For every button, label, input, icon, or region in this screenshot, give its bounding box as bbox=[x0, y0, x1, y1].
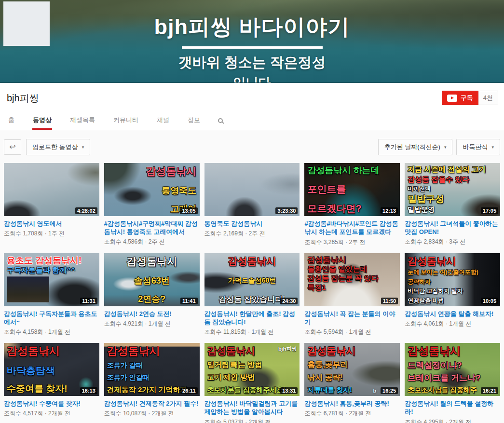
subscribe-button[interactable]: 구독 bbox=[442, 91, 478, 105]
video-title[interactable]: #감성돔낚시#구멍찌#막대찌 감성돔낚시! 통영죽도 고래여에서 bbox=[104, 219, 200, 236]
video-card: 감성돔낚시몰황인줄 알았는데감성돔 잡는분 꼭 있다특징111:50감성돔낚시!… bbox=[304, 253, 400, 336]
video-title[interactable]: 감성돔낚시! 구독자분들과 용초도에서~ bbox=[4, 310, 99, 326]
video-meta: 조회수 4,586회 · 2주 전 bbox=[104, 238, 200, 246]
video-title[interactable]: 감성돔낚시! 홈통,곶부리 공략! bbox=[304, 399, 400, 408]
video-thumbnail[interactable]: 감성돔낚시조류가 갈때조류가 안갈때견제동작 2가지 기억하자26:11 bbox=[104, 343, 200, 396]
video-thumbnail[interactable]: 감성돔낚시바닥층탐색수중여를 찾자!16:13 bbox=[4, 343, 99, 396]
tab-3[interactable]: 커뮤니티 bbox=[113, 110, 139, 130]
channel-watermark: bjh피씽 bbox=[278, 345, 297, 353]
channel-name: bjh피씽 bbox=[7, 92, 39, 105]
video-thumbnail[interactable]: 용초도 감성돔낚시!구독자분들과 함께^^11:31 bbox=[4, 253, 99, 306]
video-thumbnail[interactable]: 감성돔낚시밑거림 빼는 방법고기 제압 방법초보자분들 집중해주세요!bjh피씽… bbox=[204, 343, 300, 396]
thumbnail-overlay-text: 밑밥운영 bbox=[408, 206, 435, 214]
chevron-down-icon: ▾ bbox=[491, 145, 494, 150]
tab-2[interactable]: 재생목록 bbox=[69, 110, 95, 130]
video-thumbnail[interactable]: 감성돔낚시 하는데포인트를모르겠다면?12:13 bbox=[304, 163, 400, 216]
thumbnail-overlay-text: 감성돔 잡는분 꼭 있다 bbox=[307, 274, 379, 283]
channel-header: bjh피씽 구독 4천 bbox=[0, 83, 504, 111]
thumbnail-overlay-text: 감성돔낚시 하는데 bbox=[307, 165, 379, 175]
video-card: 감성돔낚시솔섬63번2연승?11:41감성돔낚시! 2연승 도전!조회수 4,9… bbox=[104, 253, 200, 336]
video-title[interactable]: 감성돔낚시! 릴의 드렉을 설정하라! bbox=[405, 399, 500, 416]
video-card: 감성돔낚시밑거림 빼는 방법고기 제압 방법초보자분들 집중해주세요!bjh피씽… bbox=[204, 343, 300, 423]
video-title[interactable]: 감성돔낚시! 견제동작 2가지 필수! bbox=[104, 399, 200, 408]
thumbnail-overlay-text: 감성돔낚시 bbox=[408, 345, 461, 357]
thumbnail-overlay-text: 공략하자 bbox=[408, 279, 431, 285]
thumbnail-overlay-text: 몰황인줄 알았는데 bbox=[307, 265, 367, 273]
video-title[interactable]: 감성돔낚시! 한달만에 출조! 감성돔 잡았습니다! bbox=[204, 310, 300, 326]
channel-search-button[interactable] bbox=[218, 118, 223, 130]
video-meta: 조회수 4,061회 · 1개월 전 bbox=[405, 320, 500, 328]
view-mode-label: 바둑판식 bbox=[463, 143, 488, 151]
search-icon bbox=[218, 118, 223, 123]
video-title[interactable]: 감성돔낚시 영도에서 bbox=[4, 219, 99, 228]
thumbnail-overlay-text: 드렉설정이냐? bbox=[408, 361, 462, 370]
video-title[interactable]: 감성돔낚시! 그녀석들이 좋아하는 맛집 OPEN! bbox=[405, 219, 500, 236]
video-title[interactable]: 감성돔낚시! 수중여를 찾자! bbox=[4, 399, 99, 408]
video-thumbnail[interactable]: 감성돔낚시드렉설정이냐?브레이크를 거느냐?초보조사님들 집중해주16:21 bbox=[405, 343, 500, 396]
video-thumbnail[interactable]: 감성돔낚시가덕도솔섬60번감성돔 잡았습니다!24:30 bbox=[204, 253, 300, 306]
tab-4[interactable]: 채널 bbox=[156, 110, 170, 130]
thumbnail-overlay-text: 브레이크를 거느냐? bbox=[408, 373, 480, 382]
video-thumbnail[interactable]: 감성돔낚시눈에 보이는 여(간출여포함)공략하자바닥만 고집하지 말자연꽝탈출 … bbox=[405, 253, 500, 306]
thumbnail-overlay-text: 포인트를 bbox=[307, 184, 346, 194]
video-meta: 조회수 4,921회 · 1개월 전 bbox=[104, 320, 200, 328]
video-card: 감성돔낚시홈통,곶부리낚시 공략!지류대를 찾자!b16:25감성돔낚시! 홈통… bbox=[304, 343, 400, 423]
thumbnail-overlay-text: 밑거림 빼는 방법 bbox=[207, 361, 262, 369]
video-card: 용초도 감성돔낚시!구독자분들과 함께^^11:31감성돔낚시! 구독자분들과 … bbox=[4, 253, 99, 336]
video-title[interactable]: 감성돔낚시! 2연승 도전! bbox=[104, 310, 200, 318]
video-thumbnail[interactable]: 4:28:02 bbox=[4, 163, 99, 216]
thumbnail-overlay-text: 감성돔낚시 bbox=[146, 165, 197, 177]
video-title[interactable]: #감성돔#바다낚시#포인트 감성돔낚시 하는데 포인트를 모르겠다면? bbox=[304, 219, 400, 236]
video-thumbnail[interactable]: 감성돔낚시통영죽도고래여13:05 bbox=[104, 163, 200, 216]
video-meta: 조회수 4,295회 · 2개월 전 bbox=[405, 418, 500, 423]
video-title[interactable]: 감성돔낚시! 바닥밑걸림과 고기를 제압하는 방법을 알아봅시다 bbox=[204, 399, 300, 416]
uploads-dropdown-label: 업로드한 동영상 bbox=[32, 143, 78, 151]
video-duration: 16:25 bbox=[381, 387, 398, 394]
video-meta: 조회수 2,834회 · 3주 전 bbox=[405, 238, 500, 246]
video-duration: 16:21 bbox=[481, 387, 498, 394]
tab-0[interactable]: 홈 bbox=[8, 110, 15, 130]
tab-5[interactable]: 정보 bbox=[187, 110, 201, 130]
sort-dropdown[interactable]: 추가된 날짜(최신순) ▾ bbox=[378, 139, 453, 155]
thumbnail-overlay-text: 감성돔낚시 bbox=[307, 345, 355, 356]
tab-1[interactable]: 동영상 bbox=[32, 110, 52, 130]
thumbnail-overlay-text: 눈에 보이는 여(간출여포함) bbox=[408, 269, 478, 275]
view-mode-dropdown[interactable]: 바둑판식 ▾ bbox=[456, 139, 500, 155]
video-thumbnail[interactable]: 감성돔낚시몰황인줄 알았는데감성돔 잡는분 꼭 있다특징111:50 bbox=[304, 253, 400, 306]
subscribe-group: 구독 4천 bbox=[442, 91, 498, 105]
video-meta: 조회수 4,158회 · 1개월 전 bbox=[4, 328, 99, 336]
video-duration: 13:05 bbox=[180, 207, 197, 214]
channel-tabs: 홈동영상재생목록커뮤니티채널정보 bbox=[0, 111, 504, 130]
thumbnail-overlay-text: 가덕도솔섬60번 bbox=[228, 277, 276, 285]
video-title[interactable]: 통영죽도 감성돔낚시 bbox=[204, 219, 300, 228]
back-button[interactable]: ↩ bbox=[4, 139, 21, 155]
video-title[interactable]: 감성돔낚시 연꽝을 탈출 해보자! bbox=[405, 310, 500, 318]
thumbnail-overlay-text: 조류가 갈때 bbox=[107, 362, 143, 369]
uploads-dropdown[interactable]: 업로드한 동영상 ▾ bbox=[26, 139, 90, 155]
main-content: ↩ 업로드한 동영상 ▾ 추가된 날짜(최신순) ▾ 바둑판식 ▾ 4:28:0… bbox=[0, 130, 504, 423]
video-card: 감성돔낚시드렉설정이냐?브레이크를 거느냐?초보조사님들 집중해주16:21감성… bbox=[405, 343, 500, 423]
video-title[interactable]: 감성돔낚시! 꼭 잡는 분들의 이야기 bbox=[304, 310, 400, 326]
video-meta: 조회수 11,815회 · 1개월 전 bbox=[204, 328, 300, 336]
back-arrow-icon: ↩ bbox=[9, 142, 15, 151]
video-thumbnail[interactable]: 지금 시즌에 전설의 고기감성돔 잡을수 있다미끼선택밑밥구성밑밥운영17:05 bbox=[405, 163, 500, 216]
thumbnail-overlay-text: 구독자분들과 함께^^ bbox=[7, 266, 75, 274]
thumbnail-overlay-text: 감성돔 잡을수 있다 bbox=[408, 176, 469, 184]
chevron-down-icon: ▾ bbox=[444, 145, 447, 150]
video-duration: 4:28:02 bbox=[75, 207, 97, 214]
thumbnail-overlay-text: 감성돔낚시 bbox=[408, 256, 456, 266]
thumbnail-overlay-text: 수중여를 찾자! bbox=[7, 383, 68, 394]
banner-text: bjh피씽 바다이야기 갯바위 청소는 작은정성 입니다 bbox=[0, 13, 504, 83]
thumbnail-overlay-text: 연꽝탈출 비법 bbox=[408, 298, 444, 304]
thumbnail-overlay-text: 홈통,곶부리 bbox=[307, 360, 348, 369]
video-card: 감성돔낚시 하는데포인트를모르겠다면?12:13#감성돔#바다낚시#포인트 감성… bbox=[304, 163, 400, 246]
video-thumbnail[interactable]: 3:23:30 bbox=[204, 163, 300, 216]
video-thumbnail[interactable]: 감성돔낚시솔섬63번2연승?11:41 bbox=[104, 253, 200, 306]
thumbnail-overlay-text: 지류대를 찾자! bbox=[307, 386, 352, 394]
banner-subtitle: 갯바위 청소는 작은정성 bbox=[0, 53, 504, 72]
toolbar: ↩ 업로드한 동영상 ▾ 추가된 날짜(최신순) ▾ 바둑판식 ▾ bbox=[0, 139, 504, 163]
thumbnail-overlay-text: 미끼선택 bbox=[408, 186, 431, 192]
channel-banner: bjh피씽 바다이야기 갯바위 청소는 작은정성 입니다 bbox=[0, 0, 504, 83]
thumbnail-overlay-text: 초보조사님들 집중해주 bbox=[408, 386, 477, 394]
video-thumbnail[interactable]: 감성돔낚시홈통,곶부리낚시 공략!지류대를 찾자!b16:25 bbox=[304, 343, 400, 396]
